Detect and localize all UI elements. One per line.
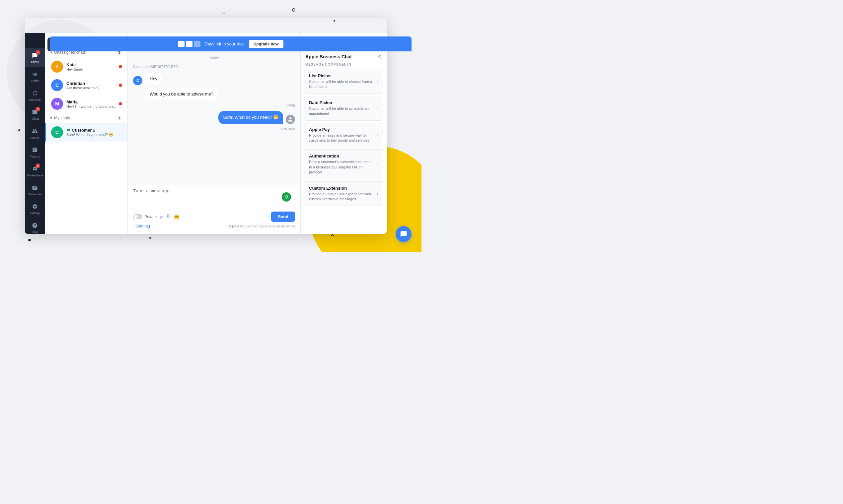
msg-status: Delivered [133,127,295,131]
hashtag-icon[interactable]: # [160,214,162,219]
component-list-picker[interactable]: List Picker Customer will be able to cho… [304,69,383,94]
marketplace-icon: 1 [31,165,39,173]
unread-indicator-christian [119,84,122,87]
emoji-icon[interactable]: 😊 [174,214,179,219]
component-desc-custom-extension: Provide a unique user experience with cu… [309,192,374,202]
arrow-date-picker: › [377,105,378,111]
component-info-list-picker: List Picker Customer will be able to cho… [309,73,374,90]
chat-messages: Today Customer #0BC9747C-B5D C Hey Would… [128,48,300,185]
sidebar-item-settings[interactable]: Settings [27,199,43,218]
private-toggle[interactable]: Private [133,214,157,219]
panel-settings-icon[interactable]: ⚙ [378,54,382,59]
refresh-icon[interactable] [282,192,291,202]
component-authentication[interactable]: Authentication Pass a customer's authent… [304,149,383,179]
sidebar-item-marketplace[interactable]: 1 Marketplace [27,161,43,180]
subscribe-icon [31,184,39,192]
sidebar-item-agents[interactable]: Agents [25,124,45,143]
chat-item-maria[interactable]: M Maria Hey! I'm wondering about pricing [45,94,127,113]
private-label: Private [144,215,157,219]
sidebar-label-subscribe: Subscribe [28,193,41,196]
msg-components-label: MESSAGE COMPONENTS [301,61,386,69]
send-button[interactable]: Send [271,212,295,222]
msg-bubble-2: Would you be able to advise me? [145,88,218,101]
sidebar-item-subscribe[interactable]: Subscribe [27,180,43,199]
tickets-icon: 3 [31,108,39,116]
bg-dot-2 [28,239,31,241]
help-icon [31,221,39,230]
right-panel-title-row: Apple Business Chat ⚙ [301,51,386,61]
sidebar: 3 Chats Traffic Archives [25,33,45,234]
chat-preview-kate: Hey there! [66,67,117,71]
chat-input-toolbar: Private # 😊 Send [133,212,295,222]
marketplace-badge: 1 [35,163,40,168]
main-layout: Days left in your trial. Upgrade now [25,18,386,234]
chat-item-kate[interactable]: K Kate Hey there! [45,57,127,76]
outgoing-sender-label: Craig [133,103,295,107]
chats-icon: 3 [31,51,39,59]
avatar-maria: M [51,98,63,110]
component-title-authentication: Authentication [309,154,374,159]
chat-name-maria: Maria [66,100,117,105]
sidebar-item-chats[interactable]: 3 Chats [25,48,45,67]
section-mychats[interactable]: ▾ My chats 1 [45,113,127,123]
sidebar-item-archives[interactable]: Archives [25,86,45,105]
msg-wrap-2: Would you be able to advise me? [133,88,295,101]
sidebar-label-chats: Chats [31,60,39,64]
avatar-customer-letter: C [55,130,59,135]
component-title-apple-pay: Apple Pay [309,127,374,132]
sidebar-label-archives: Archives [29,98,41,102]
sidebar-label-traffic: Traffic [31,79,39,83]
avatar-kate: K [51,61,63,73]
app-wrapper: Days left in your trial. Upgrade now [25,18,386,234]
attachment-icon[interactable] [166,214,171,219]
sidebar-item-traffic[interactable]: Traffic [25,67,45,86]
chat-name-christian: Christian [66,81,117,86]
chat-preview-christian: Are these available? [66,86,117,90]
chat-list-panel: Chats ▾ Unassigned chats 3 K Kate Hey th… [45,33,128,234]
component-apple-pay[interactable]: Apple Pay Provide an easy and secure way… [304,123,383,147]
avatar-christian: C [51,79,63,91]
canned-hint: Type # for canned responses @ for emoji [228,223,295,230]
right-panel-title: Apple Business Chat [305,54,352,59]
bg-dot-3 [149,237,151,239]
right-panel: + ✕ Apple Business Chat ⚙ MESSAGE COMPON… [300,33,386,234]
sidebar-label-tickets: Tickets [30,117,39,120]
sidebar-label-settings: Settings [30,212,40,215]
upgrade-button[interactable]: Upgrade now [249,40,283,48]
chats-badge: 3 [35,50,40,55]
chat-info-customer: Customer # Sure! What do you need? 😁 [66,128,122,137]
add-tag-button[interactable]: + Add tag [133,222,150,231]
component-date-picker[interactable]: Date Picker Customer will be able to sch… [304,96,383,121]
component-info-authentication: Authentication Pass a customer's authent… [309,154,374,175]
chat-message-input[interactable] [133,188,295,208]
unread-indicator-maria [119,102,122,105]
sidebar-label-marketplace: Marketplace [27,174,43,177]
chat-input-area: Private # 😊 Send + Add tag Type # for [128,185,300,234]
traffic-icon [31,70,39,78]
chat-item-christian[interactable]: C Christian Are these available? [45,76,127,94]
sidebar-bottom: 1 Marketplace Subscribe S [27,161,43,234]
trial-block-3 [194,41,201,47]
toggle-switch[interactable] [133,214,142,219]
chat-preview-customer: Sure! What do you need? 😁 [66,133,122,137]
sidebar-label-help: Help [32,231,38,234]
msg-wrap-3: Sure! What do you need? 😁 [133,111,295,124]
chat-name-kate: Kate [66,62,117,67]
component-title-list-picker: List Picker [309,73,374,78]
chat-info-christian: Christian Are these available? [66,81,117,90]
agents-icon [31,127,39,135]
msg-bubble-3: Sure! What do you need? 😁 [218,111,283,124]
component-info-custom-extension: Custom Extension Provide a unique user e… [309,186,374,202]
component-title-custom-extension: Custom Extension [309,186,374,191]
section-mychats-label: My chats [54,116,116,120]
chat-item-customer[interactable]: C Customer # Sure! What do you need? 😁 [45,123,127,142]
sidebar-label-agents: Agents [30,136,39,139]
component-info-apple-pay: Apple Pay Provide an easy and secure way… [309,127,374,143]
component-info-date-picker: Date Picker Customer will be able to sch… [309,100,374,116]
component-desc-date-picker: Customer will be able to schedule an app… [309,106,374,116]
sidebar-item-help[interactable]: Help [27,218,43,234]
sidebar-item-reports[interactable]: Reports [25,143,45,161]
component-custom-extension[interactable]: Custom Extension Provide a unique user e… [304,181,383,206]
chat-bubble-fab[interactable] [396,226,412,242]
sidebar-item-tickets[interactable]: 3 Tickets [25,105,45,124]
